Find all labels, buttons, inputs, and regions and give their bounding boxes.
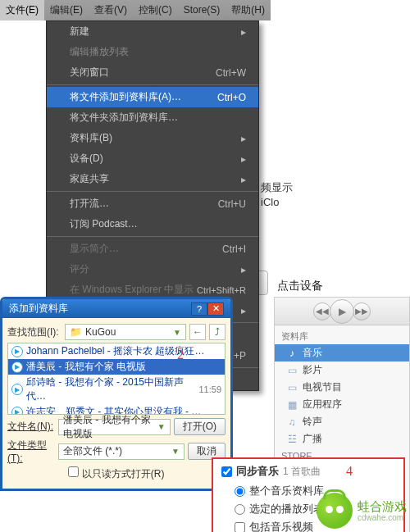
filetype-label: 文件类型(T):	[7, 439, 55, 464]
menu-file[interactable]: 文件(E)	[0, 0, 44, 20]
watermark-title: 蛙合游戏	[358, 500, 407, 513]
song-count: 1 首歌曲	[283, 465, 321, 479]
chevron-down-icon: ▼	[157, 422, 166, 431]
menu-control[interactable]: 控制(C)	[133, 0, 178, 20]
dialog-title: 添加到资料库	[9, 302, 68, 316]
sync-music-checkbox[interactable]	[221, 466, 232, 477]
sidebar-group-library: 资料库	[275, 327, 409, 344]
sidebar-item-apps[interactable]: ▦应用程序	[275, 396, 409, 413]
watermark-icon	[317, 493, 353, 529]
watermark: 蛙合游戏 cdwahe.com	[317, 493, 407, 529]
menu-view[interactable]: 查看(V)	[89, 0, 133, 20]
close-icon[interactable]: ✕	[207, 302, 224, 316]
menu-store[interactable]: Store(S)	[178, 0, 226, 20]
menu-separator	[47, 84, 258, 85]
chevron-right-icon	[241, 264, 246, 275]
watermark-subtitle: cdwahe.com	[358, 513, 407, 522]
menu-edit[interactable]: 编辑(E)	[44, 0, 89, 20]
apps-icon: ▦	[286, 399, 298, 411]
menu-add-file-to-library[interactable]: 将文件添加到资料库(A)…Ctrl+O	[47, 87, 258, 107]
include-video-label: 包括音乐视频	[249, 520, 313, 532]
menu-devices[interactable]: 设备(D)	[47, 148, 258, 169]
next-track-button[interactable]: ▶▶	[353, 302, 371, 321]
chevron-right-icon	[241, 305, 246, 316]
chevron-down-icon: ▼	[171, 447, 180, 456]
movie-icon: ▭	[286, 365, 298, 376]
sidebar-item-radio[interactable]: ☳广播	[275, 430, 409, 448]
audio-icon: ▶	[11, 346, 23, 357]
menu-add-folder-to-library[interactable]: 将文件夹添加到资料库…	[47, 107, 258, 128]
chevron-down-icon: ▼	[173, 328, 181, 337]
caption-click-device: 点击设备	[277, 279, 323, 293]
include-video-checkbox[interactable]	[235, 522, 245, 533]
file-list[interactable]: ▶Johann Pachelbel - 摇滚卡农 超级疯狂… ▶潘美辰 - 我想…	[7, 343, 226, 415]
audio-icon: ▶	[11, 384, 23, 395]
readonly-checkbox[interactable]	[68, 466, 79, 477]
tv-icon: ▭	[286, 382, 298, 393]
annotation-4: 4	[346, 464, 353, 479]
filename-label: 文件名(N):	[7, 420, 55, 434]
menu-separator	[47, 236, 258, 237]
menubar: 文件(E) 编辑(E) 查看(V) 控制(C) Store(S) 帮助(H)	[0, 0, 271, 20]
audio-icon: ▶	[11, 361, 23, 373]
up-icon[interactable]: ⤴	[209, 324, 226, 340]
sidebar-item-music[interactable]: ♪音乐	[275, 344, 409, 361]
background-text: 频显示 iClo	[261, 180, 293, 210]
ringtone-icon: ♫	[286, 416, 298, 428]
menu-home-sharing[interactable]: 家庭共享	[47, 169, 258, 189]
file-row[interactable]: ▶潘美辰 - 我想有个家 电视版	[8, 359, 225, 375]
menu-edit-playlist[interactable]: 编辑播放列表	[47, 42, 258, 62]
sync-selected-radio[interactable]	[235, 504, 245, 515]
sidebar-item-ringtones[interactable]: ♫铃声	[275, 413, 409, 430]
menu-open-stream[interactable]: 打开流…Ctrl+U	[47, 193, 258, 214]
folder-icon: 📁	[70, 326, 82, 338]
music-icon: ♪	[286, 348, 298, 359]
menu-new[interactable]: 新建	[47, 21, 258, 42]
menu-close-window[interactable]: 关闭窗口Ctrl+W	[47, 62, 258, 83]
filetype-combo[interactable]: 全部文件 (*.*)▼	[58, 443, 184, 460]
open-button[interactable]: 打开(O)	[174, 418, 226, 435]
menu-show-info: 显示简介…Ctrl+I	[47, 239, 258, 259]
file-row[interactable]: ▶邱诗晗 - 我想有个家 - 2015中国新声代…11:59	[8, 375, 225, 404]
menu-rating: 评分	[47, 259, 258, 280]
playback-controls: ◀◀ ▶ ▶▶	[275, 298, 409, 325]
chevron-right-icon	[241, 26, 246, 38]
menu-help[interactable]: 帮助(H)	[226, 0, 271, 20]
chevron-right-icon	[241, 174, 246, 185]
sync-all-label: 整个音乐资料库	[249, 484, 324, 498]
help-icon[interactable]: ?	[191, 302, 207, 316]
sidebar-item-movies[interactable]: ▭影片	[275, 361, 409, 379]
prev-track-button[interactable]: ◀◀	[313, 302, 331, 321]
add-to-library-dialog: 添加到资料库 ? ✕ 查找范围(I): 📁KuGou ▼ ← ⤴ ▶Johann…	[0, 297, 233, 491]
look-in-label: 查找范围(I):	[7, 325, 61, 339]
filename-field[interactable]: 潘美辰 - 我想有个家 电视版▼	[58, 419, 171, 435]
dialog-titlebar: 添加到资料库 ? ✕	[2, 299, 230, 318]
back-icon[interactable]: ←	[189, 324, 206, 340]
chevron-right-icon	[241, 133, 246, 144]
readonly-label: 以只读方式打开(R)	[82, 468, 165, 480]
play-button[interactable]: ▶	[330, 299, 354, 324]
file-row[interactable]: ▶Johann Pachelbel - 摇滚卡农 超级疯狂…	[8, 343, 225, 359]
sync-all-radio[interactable]	[235, 486, 245, 497]
radio-icon: ☳	[286, 434, 298, 445]
sync-music-label: 同步音乐	[236, 464, 279, 479]
menu-subscribe-podcast[interactable]: 订阅 Podcast…	[47, 214, 258, 234]
menu-separator	[47, 191, 258, 192]
menu-library[interactable]: 资料库(B)	[47, 128, 258, 148]
look-in-combo[interactable]: 📁KuGou ▼	[65, 324, 186, 340]
sidebar-item-tv[interactable]: ▭电视节目	[275, 379, 409, 396]
annotation-2: 2	[177, 348, 184, 362]
audio-icon: ▶	[11, 407, 23, 416]
chevron-right-icon	[241, 153, 246, 165]
